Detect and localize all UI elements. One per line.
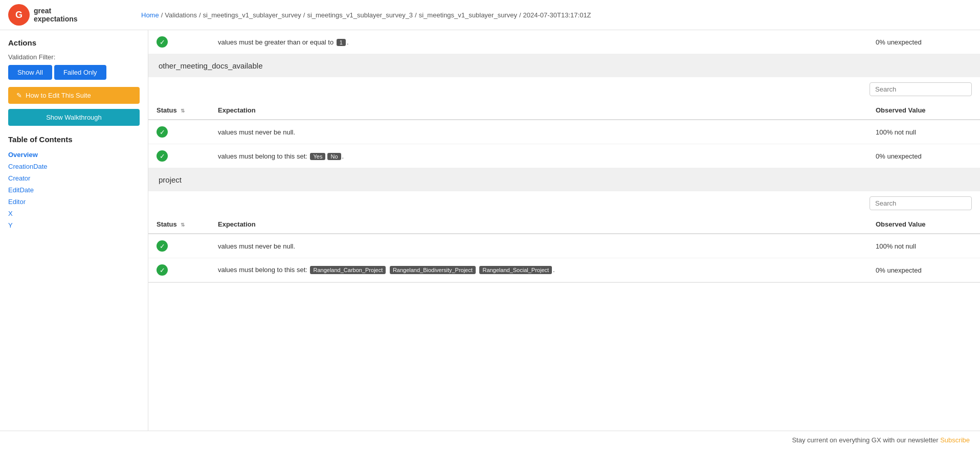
breadcrumb-survey3: si_meetings_v1_sublayer_survey_3 [307,11,413,19]
sort-icon: ⇅ [181,108,185,114]
breadcrumb-validations: Validations [165,11,197,19]
check-icon: ✓ [157,150,168,162]
toc-item-creator[interactable]: Creator [8,172,140,184]
main-content: ✓ values must be greater than or equal t… [148,30,980,431]
toc-list: Overview CreationDate Creator EditDate E… [8,149,140,231]
row-observed: 100% not null [867,234,980,258]
filter-buttons: Show All Failed Only [8,65,140,80]
partial-expectation: values must be greater than or equal to … [210,30,867,54]
other-search-row [148,77,980,101]
table-row: ✓ values must belong to this set: Rangel… [148,258,980,282]
sort-icon: ⇅ [181,222,185,228]
toc-item-editor[interactable]: Editor [8,196,140,208]
edit-suite-label: How to Edit This Suite [26,92,91,99]
check-icon: ✓ [157,240,168,252]
row-status: ✓ [148,120,210,144]
other-table-container: Status ⇅ Expectation Observed Value ✓ va… [148,77,980,168]
project-col-expectation: Expectation [210,215,867,234]
row-observed: 0% unexpected [867,144,980,168]
sidebar: Actions Validation Filter: Show All Fail… [0,30,148,431]
toc-item-overview[interactable]: Overview [8,149,140,161]
check-icon: ✓ [157,36,168,48]
project-col-observed: Observed Value [867,215,980,234]
section-other-header: other_meeting_docs_available [148,54,980,77]
project-col-status: Status ⇅ [148,215,210,234]
other-col-observed: Observed Value [867,101,980,120]
table-row: ✓ values must belong to this set: YesNo.… [148,144,980,168]
toc-item-editdate[interactable]: EditDate [8,184,140,196]
subscribe-link[interactable]: Subscribe [940,436,970,444]
breadcrumb: Home / Validations / si_meetings_v1_subl… [141,11,591,19]
toc-item-creationdate[interactable]: CreationDate [8,161,140,172]
partial-row: ✓ values must be greater than or equal t… [148,30,980,54]
tag-no: No [327,153,341,160]
project-search-row [148,191,980,215]
row-status: ✓ [148,234,210,258]
project-search-input[interactable] [870,196,972,210]
row-expectation: values must never be null. [210,120,867,144]
breadcrumb-survey: si_meetings_v1_sublayer_survey [203,11,301,19]
value-tag: 1 [337,39,346,46]
tag-rangeland-social: Rangeland_Social_Project [479,266,552,274]
other-col-expectation: Expectation [210,101,867,120]
row-status: ✓ [148,258,210,282]
row-observed: 100% not null [867,120,980,144]
svg-text:G: G [15,10,23,20]
breadcrumb-survey2: si_meetings_v1_sublayer_survey [419,11,517,19]
toc-item-y[interactable]: Y [8,219,140,231]
logo-text: great expectations [34,7,78,23]
actions-title: Actions [8,38,140,47]
breadcrumb-home[interactable]: Home [141,11,159,19]
project-table-header: Status ⇅ Expectation Observed Value [148,215,980,234]
breadcrumb-timestamp: 2024-07-30T13:17:01Z [523,11,591,19]
show-all-button[interactable]: Show All [8,65,52,80]
other-col-status: Status ⇅ [148,101,210,120]
tag-yes: Yes [310,153,325,160]
project-table: Status ⇅ Expectation Observed Value ✓ va… [148,215,980,282]
project-table-container: Status ⇅ Expectation Observed Value ✓ va… [148,191,980,282]
row-expectation-tags: values must belong to this set: Rangelan… [210,258,867,282]
toc-title: Table of Contents [8,135,140,144]
row-observed: 0% unexpected [867,258,980,282]
row-expectation: values must never be null. [210,234,867,258]
other-search-input[interactable] [870,82,972,96]
other-table-header: Status ⇅ Expectation Observed Value [148,101,980,120]
partial-observed: 0% unexpected [867,30,980,54]
check-icon: ✓ [157,264,168,276]
validation-filter-label: Validation Filter: [8,53,140,61]
logo-area: G great expectations [8,4,141,26]
section-project-header: project [148,168,980,191]
check-icon: ✓ [157,126,168,138]
edit-icon: ✎ [16,92,22,99]
tag-rangeland-biodiversity: Rangeland_Biodiversity_Project [390,266,476,274]
footer: Stay current on everything GX with our n… [0,431,980,449]
partial-status: ✓ [148,30,210,54]
failed-only-button[interactable]: Failed Only [54,65,106,80]
row-status: ✓ [148,144,210,168]
footer-text: Stay current on everything GX with our n… [792,436,938,444]
other-table: Status ⇅ Expectation Observed Value ✓ va… [148,101,980,168]
table-row: ✓ values must never be null. 100% not nu… [148,234,980,258]
walkthrough-button[interactable]: Show Walkthrough [8,109,140,126]
row-expectation-tags: values must belong to this set: YesNo. [210,144,867,168]
edit-suite-button[interactable]: ✎ How to Edit This Suite [8,87,140,104]
logo-icon: G [8,4,30,26]
table-row: ✓ values must never be null. 100% not nu… [148,120,980,144]
toc-item-x[interactable]: X [8,208,140,219]
tag-rangeland-carbon: Rangeland_Carbon_Project [310,266,386,274]
